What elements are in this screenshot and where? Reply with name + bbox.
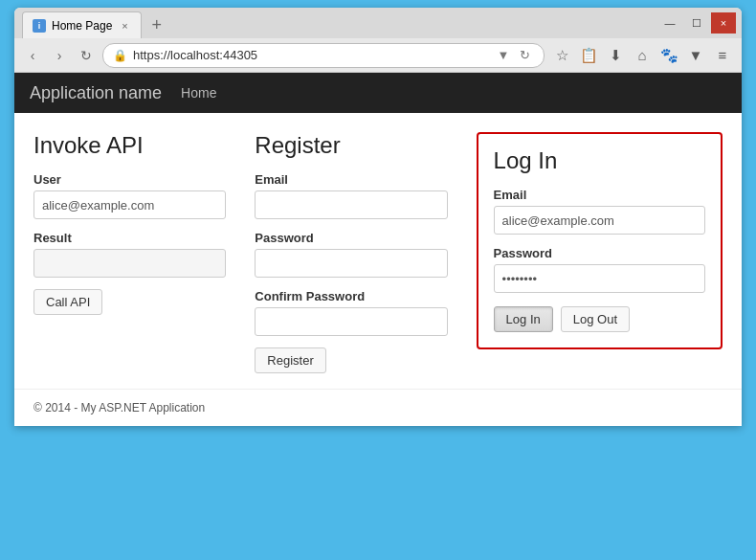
lock-icon: 🔒 — [113, 49, 127, 62]
result-label: Result — [33, 231, 226, 245]
star-icon[interactable]: ☆ — [550, 44, 573, 67]
user-input[interactable] — [33, 190, 226, 219]
window-controls: — ☐ × — [657, 12, 742, 34]
login-password-group: Password — [494, 246, 705, 293]
menu-dropdown-icon[interactable]: ▼ — [684, 44, 707, 67]
minimize-button[interactable]: — — [657, 12, 682, 34]
extension-icon[interactable]: 🐾 — [657, 44, 680, 67]
login-section: Log In Email Password Log In Log Out — [477, 132, 723, 349]
url-bar[interactable]: 🔒 https://localhost:44305 ▼ ↻ — [102, 43, 545, 68]
user-label: User — [33, 172, 226, 187]
nav-header: Application name Home — [14, 73, 742, 113]
login-title: Log In — [494, 147, 705, 174]
home-nav-link[interactable]: Home — [181, 85, 216, 101]
reg-confirm-group: Confirm Password — [255, 289, 447, 336]
logout-button[interactable]: Log Out — [561, 306, 630, 332]
reg-email-input[interactable] — [255, 190, 447, 219]
login-password-label: Password — [494, 246, 705, 260]
main-content: Invoke API User Result Call API Register… — [14, 113, 742, 389]
reg-confirm-label: Confirm Password — [255, 289, 447, 303]
tab-favicon: i — [33, 19, 46, 33]
browser-tab[interactable]: i Home Page × — [22, 11, 142, 38]
maximize-button[interactable]: ☐ — [684, 12, 709, 34]
home-icon[interactable]: ⌂ — [631, 44, 654, 67]
tab-title: Home Page — [52, 19, 112, 33]
reg-email-label: Email — [255, 172, 447, 187]
menu-icon[interactable]: ≡ — [711, 44, 734, 67]
app-name: Application name — [30, 83, 162, 103]
tab-close-button[interactable]: × — [118, 19, 131, 33]
login-button[interactable]: Log In — [494, 306, 553, 332]
login-email-label: Email — [494, 188, 705, 202]
reload-icon[interactable]: ↻ — [515, 46, 534, 65]
title-bar: i Home Page × + — ☐ × — [14, 8, 742, 38]
login-email-input[interactable] — [494, 206, 705, 235]
register-button[interactable]: Register — [255, 347, 325, 373]
login-password-input[interactable] — [494, 264, 705, 293]
clipboard-icon[interactable]: 📋 — [577, 44, 600, 67]
tab-area: i Home Page × + — [14, 8, 657, 38]
invoke-api-title: Invoke API — [33, 132, 226, 159]
footer: © 2014 - My ASP.NET Application — [14, 389, 742, 426]
reg-confirm-input[interactable] — [255, 307, 447, 336]
new-tab-button[interactable]: + — [145, 11, 167, 38]
login-email-group: Email — [494, 188, 705, 235]
register-title: Register — [255, 132, 447, 159]
invoke-api-section: Invoke API User Result Call API — [33, 132, 226, 315]
reg-password-label: Password — [255, 231, 447, 245]
register-section: Register Email Password Confirm Password… — [255, 132, 447, 373]
url-actions: ▼ ↻ — [494, 46, 534, 65]
refresh-button[interactable]: ↻ — [76, 45, 97, 66]
browser-window: i Home Page × + — ☐ × ‹ › ↻ 🔒 https://lo… — [14, 8, 742, 426]
download-icon[interactable]: ⬇ — [604, 44, 627, 67]
result-field-group: Result — [33, 231, 226, 278]
reg-password-input[interactable] — [255, 249, 447, 278]
user-field-group: User — [33, 172, 226, 219]
result-field — [33, 249, 226, 278]
reg-email-group: Email — [255, 172, 447, 219]
login-buttons: Log In Log Out — [494, 306, 705, 332]
toolbar-icons: ☆ 📋 ⬇ ⌂ 🐾 ▼ ≡ — [550, 44, 734, 67]
url-text: https://localhost:44305 — [133, 48, 488, 62]
forward-button[interactable]: › — [49, 45, 70, 66]
reg-password-group: Password — [255, 231, 447, 278]
close-button[interactable]: × — [711, 12, 736, 34]
call-api-button[interactable]: Call API — [33, 289, 102, 315]
back-button[interactable]: ‹ — [22, 45, 43, 66]
address-bar: ‹ › ↻ 🔒 https://localhost:44305 ▼ ↻ ☆ 📋 … — [14, 38, 742, 73]
dropdown-icon[interactable]: ▼ — [494, 46, 513, 65]
footer-text: © 2014 - My ASP.NET Application — [33, 401, 205, 414]
page-content: Application name Home Invoke API User Re… — [14, 73, 742, 426]
